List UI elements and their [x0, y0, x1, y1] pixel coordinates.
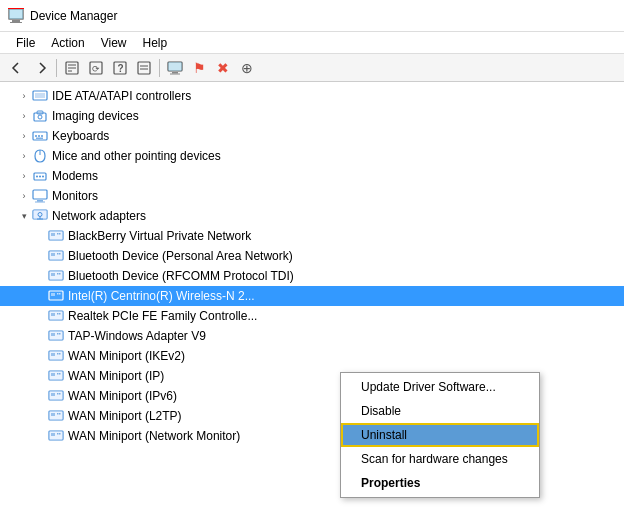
- svg-rect-1: [12, 20, 20, 22]
- tree-expand-keyboards[interactable]: ›: [16, 128, 32, 144]
- toolbar-sep-2: [159, 59, 160, 77]
- svg-rect-50: [57, 253, 59, 255]
- toolbar: ⟳ ? ⚑ ✖ ⊕: [0, 54, 624, 82]
- tree-expand-ide[interactable]: ›: [16, 88, 32, 104]
- back-button[interactable]: [6, 58, 28, 78]
- menu-bar: File Action View Help: [0, 32, 624, 54]
- svg-rect-55: [57, 273, 59, 275]
- tree-item-intel[interactable]: Intel(R) Centrino(R) Wireless-N 2...: [0, 286, 624, 306]
- driver-flag-button[interactable]: ⚑: [188, 58, 210, 78]
- tree-expand-bb[interactable]: [32, 228, 48, 244]
- svg-rect-80: [57, 373, 59, 375]
- scan-button[interactable]: ⊕: [236, 58, 258, 78]
- context-menu: Update Driver Software... Disable Uninst…: [340, 372, 540, 498]
- tree-expand-wan1[interactable]: [32, 348, 48, 364]
- properties-button[interactable]: [61, 58, 83, 78]
- tree-item-wan1[interactable]: WAN Miniport (IKEv2): [0, 346, 624, 366]
- tree-item-monitors[interactable]: ›Monitors: [0, 186, 624, 206]
- tree-expand-monitors[interactable]: ›: [16, 188, 32, 204]
- tree-expand-intel[interactable]: [32, 288, 48, 304]
- tree-expand-wan2[interactable]: [32, 368, 48, 384]
- tree-label-bt1: Bluetooth Device (Personal Area Network): [68, 249, 293, 263]
- tree-item-keyboards[interactable]: ›Keyboards: [0, 126, 624, 146]
- svg-rect-59: [51, 293, 55, 296]
- tree-expand-mice[interactable]: ›: [16, 148, 32, 164]
- tree-label-realtek: Realtek PCIe FE Family Controlle...: [68, 309, 257, 323]
- tree-label-ide: IDE ATA/ATAPI controllers: [52, 89, 191, 103]
- uninstall-button[interactable]: ✖: [212, 58, 234, 78]
- hardware-icon: [32, 88, 48, 104]
- menu-action[interactable]: Action: [43, 34, 92, 52]
- adapter-icon: [48, 268, 64, 284]
- forward-button[interactable]: [30, 58, 52, 78]
- tree-label-monitors: Monitors: [52, 189, 98, 203]
- svg-rect-89: [51, 413, 55, 416]
- tree-expand-modems[interactable]: ›: [16, 168, 32, 184]
- wan-icon: [48, 408, 64, 424]
- adapter-icon: [48, 328, 64, 344]
- tree-expand-wan3[interactable]: [32, 388, 48, 404]
- svg-rect-95: [57, 433, 59, 435]
- tree-label-modems: Modems: [52, 169, 98, 183]
- svg-rect-60: [57, 293, 59, 295]
- ctx-scan[interactable]: Scan for hardware changes: [341, 447, 539, 471]
- tree-expand-realtek[interactable]: [32, 308, 48, 324]
- wan-icon: [48, 388, 64, 404]
- svg-rect-12: [138, 62, 150, 74]
- update-button[interactable]: ⟳: [85, 58, 107, 78]
- menu-file[interactable]: File: [8, 34, 43, 52]
- menu-help[interactable]: Help: [135, 34, 176, 52]
- ctx-update[interactable]: Update Driver Software...: [341, 375, 539, 399]
- tree-expand-wan5[interactable]: [32, 428, 48, 444]
- tree-item-bt2[interactable]: Bluetooth Device (RFCOMM Protocol TDI): [0, 266, 624, 286]
- tree-label-wan3: WAN Miniport (IPv6): [68, 389, 177, 403]
- tree-expand-bt1[interactable]: [32, 248, 48, 264]
- tree-item-imaging[interactable]: ›Imaging devices: [0, 106, 624, 126]
- tree-expand-imaging[interactable]: ›: [16, 108, 32, 124]
- wan-icon: [48, 368, 64, 384]
- svg-rect-25: [35, 135, 37, 137]
- mouse-icon: [32, 148, 48, 164]
- ctx-properties[interactable]: Properties: [341, 471, 539, 495]
- tree-item-modems[interactable]: ›Modems: [0, 166, 624, 186]
- svg-rect-56: [59, 273, 61, 275]
- svg-rect-27: [41, 135, 43, 137]
- svg-rect-36: [35, 202, 45, 203]
- tree-item-bb[interactable]: BlackBerry Virtual Private Network: [0, 226, 624, 246]
- svg-rect-54: [51, 273, 55, 276]
- tree-item-bt1[interactable]: Bluetooth Device (Personal Area Network): [0, 246, 624, 266]
- tree-label-intel: Intel(R) Centrino(R) Wireless-N 2...: [68, 289, 255, 303]
- tree-item-ide[interactable]: ›IDE ATA/ATAPI controllers: [0, 86, 624, 106]
- help-button[interactable]: ?: [109, 58, 131, 78]
- svg-rect-17: [172, 72, 178, 74]
- tree-label-wan5: WAN Miniport (Network Monitor): [68, 429, 240, 443]
- resources-button[interactable]: [133, 58, 155, 78]
- svg-rect-86: [59, 393, 61, 395]
- tree-expand-bt2[interactable]: [32, 268, 48, 284]
- menu-view[interactable]: View: [93, 34, 135, 52]
- tree-expand-tap[interactable]: [32, 328, 48, 344]
- svg-rect-70: [57, 333, 59, 335]
- tree-item-realtek[interactable]: Realtek PCIe FE Family Controlle...: [0, 306, 624, 326]
- tree-expand-network[interactable]: ▾: [16, 208, 32, 224]
- svg-rect-69: [51, 333, 55, 336]
- ctx-disable[interactable]: Disable: [341, 399, 539, 423]
- modem-icon: [32, 168, 48, 184]
- svg-rect-2: [10, 22, 22, 23]
- svg-rect-84: [51, 393, 55, 396]
- tree-item-network[interactable]: ▾Network adapters: [0, 206, 624, 226]
- app-icon: [8, 8, 24, 24]
- svg-rect-81: [59, 373, 61, 375]
- tree-label-imaging: Imaging devices: [52, 109, 139, 123]
- svg-rect-46: [59, 233, 61, 235]
- adapter-icon: [48, 288, 64, 304]
- svg-text:⟳: ⟳: [92, 64, 100, 74]
- svg-rect-74: [51, 353, 55, 356]
- tree-expand-wan4[interactable]: [32, 408, 48, 424]
- tree-item-tap[interactable]: TAP-Windows Adapter V9: [0, 326, 624, 346]
- ctx-uninstall[interactable]: Uninstall: [341, 423, 539, 447]
- tree-item-mice[interactable]: ›Mice and other pointing devices: [0, 146, 624, 166]
- svg-rect-90: [57, 413, 59, 415]
- svg-point-22: [38, 115, 42, 119]
- monitor-button[interactable]: [164, 58, 186, 78]
